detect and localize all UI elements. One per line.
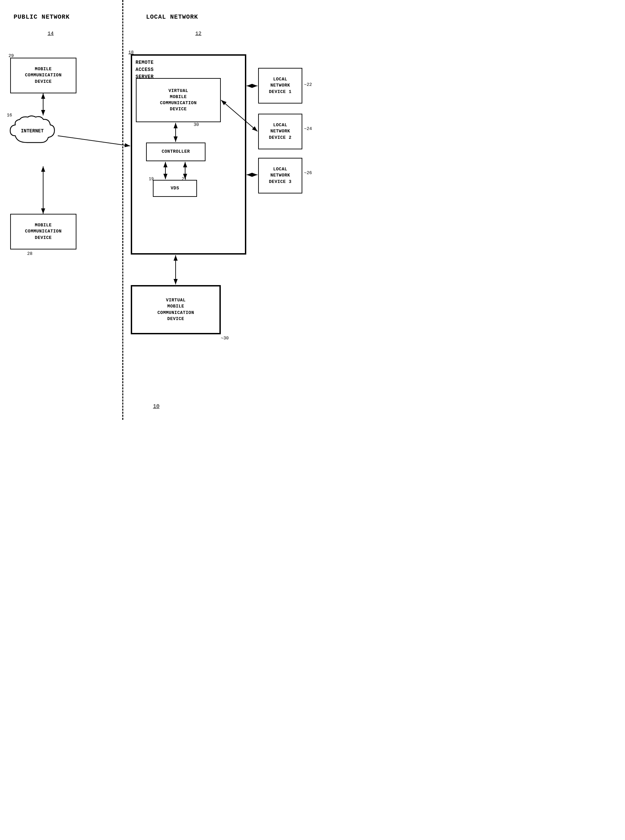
svg-line-6: [58, 136, 130, 146]
local-network-ref: 12: [195, 31, 201, 37]
controller-box: CONTROLLER: [146, 143, 205, 161]
virtual-mobile-device-1-ref: 30: [194, 121, 199, 128]
local-net-device-2-ref: ~24: [304, 126, 312, 132]
mobile-device-2-box: MOBILECOMMUNICATIONDEVICE: [10, 214, 76, 250]
public-network-label: PUBLIC NETWORK: [14, 14, 70, 20]
virtual-mobile-device-1-box: VIRTUALMOBILECOMMUNICATIONDEVICE: [136, 78, 221, 122]
public-network-ref: 14: [48, 31, 54, 37]
local-net-device-2-box: LOCALNETWORKDEVICE 2: [258, 114, 302, 149]
vds-box: VDS: [153, 180, 197, 197]
network-diagram: PUBLIC NETWORK LOCAL NETWORK 14 12 29 MO…: [0, 0, 312, 420]
local-net-device-3-ref: ~26: [304, 170, 312, 176]
virtual-mobile-device-2-box: VIRTUALMOBILECOMMUNICATIONDEVICE: [131, 285, 221, 334]
local-net-device-1-ref: ~22: [304, 81, 312, 88]
figure-number: 10: [153, 403, 159, 410]
mobile-device-1-box: MOBILECOMMUNICATIONDEVICE: [10, 58, 76, 93]
svg-text:INTERNET: INTERNET: [21, 128, 44, 134]
divider-line: [122, 0, 123, 420]
mobile-device-2-ref: 28: [27, 251, 33, 257]
ref-19: 19: [149, 176, 154, 182]
virtual-mobile-device-2-ref: ~30: [221, 335, 229, 341]
local-net-device-1-box: LOCALNETWORKDEVICE 1: [258, 68, 302, 104]
local-net-device-3-box: LOCALNETWORKDEVICE 3: [258, 158, 302, 194]
local-network-label: LOCAL NETWORK: [146, 14, 198, 20]
ref-21: 21: [182, 176, 187, 182]
internet-ref: 16: [7, 112, 12, 118]
